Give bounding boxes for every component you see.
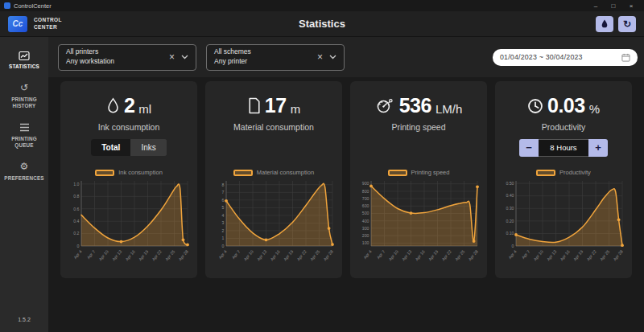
- page-title: Statistics: [0, 18, 644, 30]
- svg-text:3: 3: [222, 220, 225, 225]
- chevron-down-icon[interactable]: [329, 55, 336, 59]
- svg-text:4: 4: [222, 213, 225, 218]
- main-content: 2 ml Ink consumption Total Inks Ink cons…: [48, 77, 644, 332]
- chevron-down-icon[interactable]: [181, 55, 188, 59]
- card-top: 17 m Material consumption: [212, 91, 336, 166]
- svg-text:Apr 7: Apr 7: [521, 249, 531, 260]
- svg-text:500: 500: [362, 211, 369, 215]
- svg-text:0.40: 0.40: [506, 193, 514, 198]
- svg-text:900: 900: [362, 181, 369, 186]
- os-titlebar: ControlCenter – □ ×: [0, 0, 644, 11]
- printing-speed-chart: 100200300400500600700800900Apr 4Apr 7Apr…: [357, 177, 481, 267]
- stat-unit: %: [589, 102, 600, 116]
- clear-icon[interactable]: ×: [317, 53, 323, 61]
- header-actions: ↻: [596, 16, 636, 32]
- svg-text:Apr 10: Apr 10: [387, 249, 398, 262]
- maximize-button[interactable]: □: [605, 0, 622, 11]
- stat-label: Productivity: [542, 122, 585, 133]
- svg-text:1: 1: [222, 236, 225, 240]
- svg-text:Apr 22: Apr 22: [585, 249, 597, 262]
- calendar-icon[interactable]: [621, 53, 630, 62]
- svg-text:Apr 13: Apr 13: [546, 249, 557, 262]
- svg-text:6: 6: [222, 198, 225, 203]
- svg-text:Apr 4: Apr 4: [507, 249, 518, 260]
- svg-text:Apr 19: Apr 19: [283, 249, 294, 262]
- svg-text:0.50: 0.50: [506, 181, 514, 186]
- svg-text:5: 5: [222, 205, 225, 210]
- legend-label: Ink consumption: [118, 169, 163, 176]
- stat-unit: m: [291, 102, 301, 116]
- brand-line2: CENTER: [34, 24, 62, 31]
- sidebar-item-label: PREFERENCES: [4, 175, 43, 182]
- sidebar-item-printing-queue[interactable]: PRINTING QUEUE: [2, 122, 47, 150]
- scheme-filter-dropdown[interactable]: All schemes Any printer ×: [206, 44, 345, 71]
- toggle-total-button[interactable]: Total: [91, 139, 130, 156]
- value-row: 0.03 %: [527, 94, 600, 117]
- sidebar-item-preferences[interactable]: ⚙ PREFERENCES: [2, 162, 47, 182]
- refresh-button[interactable]: ↻: [618, 16, 636, 32]
- refresh-icon: ↻: [623, 18, 631, 30]
- svg-text:Apr 25: Apr 25: [309, 249, 320, 262]
- svg-text:Apr 25: Apr 25: [164, 249, 175, 262]
- printer-filter-dropdown[interactable]: All printers Any workstation ×: [58, 44, 196, 71]
- svg-text:Apr 28: Apr 28: [467, 249, 478, 262]
- queue-icon: [19, 122, 30, 133]
- printer-filter-line2: Any workstation: [66, 57, 114, 67]
- svg-text:Apr 19: Apr 19: [572, 249, 584, 262]
- hours-stepper: − 8 Hours +: [519, 139, 608, 157]
- svg-text:Apr 19: Apr 19: [138, 249, 149, 262]
- legend-swatch: [536, 170, 555, 176]
- svg-text:Apr 22: Apr 22: [440, 249, 452, 262]
- minimize-button[interactable]: –: [587, 0, 605, 11]
- ink-levels-button[interactable]: [596, 16, 613, 32]
- stat-cards: 2 ml Ink consumption Total Inks Ink cons…: [48, 77, 644, 278]
- card-top: 536 LM/h Printing speed: [357, 91, 481, 166]
- sidebar-item-label: PRINTING HISTORY: [2, 96, 47, 110]
- svg-text:Apr 19: Apr 19: [427, 249, 439, 262]
- increase-hours-button[interactable]: +: [588, 139, 608, 157]
- close-button[interactable]: ×: [622, 0, 640, 11]
- date-range-value: 01/04/2023 ~ 30/04/2023: [500, 53, 583, 61]
- svg-text:600: 600: [362, 203, 369, 208]
- svg-text:Apr 16: Apr 16: [414, 249, 425, 262]
- svg-text:0.10: 0.10: [506, 231, 514, 236]
- clear-icon[interactable]: ×: [169, 53, 175, 61]
- stat-value: 536: [399, 94, 431, 117]
- svg-text:400: 400: [362, 219, 369, 223]
- svg-text:Apr 10: Apr 10: [242, 249, 254, 262]
- svg-text:Apr 25: Apr 25: [599, 249, 610, 262]
- stat-label: Material consumption: [233, 122, 314, 133]
- hours-value: 8 Hours: [539, 139, 588, 157]
- history-icon: ↺: [20, 83, 28, 94]
- svg-text:Apr 13: Apr 13: [111, 249, 122, 262]
- date-range-input[interactable]: 01/04/2023 ~ 30/04/2023: [493, 49, 638, 66]
- svg-text:0.2: 0.2: [73, 231, 79, 236]
- svg-text:800: 800: [362, 189, 369, 194]
- scheme-filter-line1: All schemes: [214, 47, 251, 57]
- svg-text:Apr 16: Apr 16: [559, 249, 570, 262]
- legend-swatch: [95, 170, 114, 176]
- svg-text:Apr 10: Apr 10: [97, 249, 109, 262]
- sidebar-item-statistics[interactable]: STATISTICS: [2, 50, 47, 71]
- printer-filter-value: All printers Any workstation: [66, 47, 114, 67]
- ink-drop-icon: [106, 97, 120, 114]
- stat-label: Ink consumption: [98, 122, 159, 133]
- ink-toggle: Total Inks: [91, 139, 167, 156]
- svg-text:Apr 22: Apr 22: [295, 249, 307, 262]
- toggle-inks-button[interactable]: Inks: [130, 139, 166, 156]
- svg-text:300: 300: [362, 226, 369, 231]
- app-logo: Cc: [8, 16, 27, 32]
- svg-text:7: 7: [222, 190, 225, 195]
- sidebar-item-printing-history[interactable]: ↺ PRINTING HISTORY: [2, 83, 47, 110]
- svg-text:Apr 16: Apr 16: [269, 249, 280, 262]
- gear-icon: ⚙: [20, 162, 29, 173]
- card-top: 2 ml Ink consumption Total Inks: [67, 91, 191, 166]
- chart-legend: Printing speed: [388, 169, 450, 176]
- productivity-card: 0.03 % Productivity − 8 Hours + Producti…: [495, 81, 632, 278]
- decrease-hours-button[interactable]: −: [519, 139, 539, 157]
- value-row: 536 LM/h: [375, 94, 463, 117]
- svg-text:0: 0: [512, 244, 514, 248]
- svg-text:Apr 7: Apr 7: [86, 249, 97, 260]
- legend-label: Material consumption: [257, 169, 314, 176]
- window-controls: – □ ×: [587, 0, 640, 11]
